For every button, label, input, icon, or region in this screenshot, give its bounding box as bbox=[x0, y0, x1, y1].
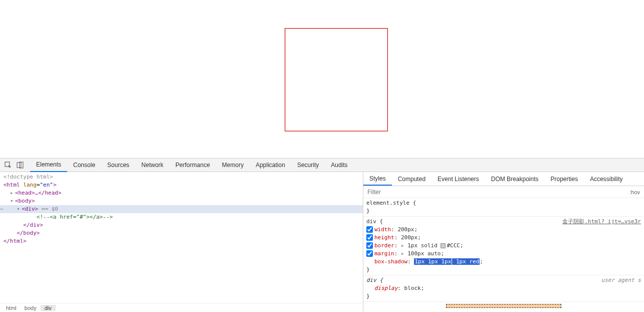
inspect-element-icon[interactable] bbox=[2, 159, 14, 171]
breadcrumb-div[interactable]: div bbox=[41, 305, 56, 311]
box-shadow-edit-input[interactable]: 1px 1px 1px 1px red bbox=[414, 258, 480, 265]
user-agent-label: user agent s bbox=[601, 276, 641, 284]
prop-display: display: block; bbox=[366, 284, 641, 292]
tab-performance[interactable]: Performance bbox=[169, 159, 216, 172]
svg-rect-1 bbox=[17, 163, 21, 168]
dom-tree[interactable]: <!doctype html> <html lang="en"> ▸<head>… bbox=[0, 172, 363, 303]
prop-margin-toggle[interactable] bbox=[366, 250, 373, 257]
dom-body-open[interactable]: <body> bbox=[15, 198, 35, 204]
subtab-accessibility[interactable]: Accessibility bbox=[584, 172, 628, 186]
hov-toggle[interactable]: :hov bbox=[625, 189, 644, 195]
dom-html-close: </html> bbox=[4, 238, 27, 244]
prop-border[interactable]: border: ▸ 1px solid #CCC; bbox=[366, 242, 641, 250]
styles-filter-input[interactable] bbox=[363, 189, 625, 196]
dom-comment: <!--<a href="#"></a>--> bbox=[37, 214, 113, 220]
subtab-properties[interactable]: Properties bbox=[544, 172, 584, 186]
box-model-preview[interactable] bbox=[363, 302, 644, 309]
tab-audits[interactable]: Audits bbox=[325, 159, 353, 172]
breadcrumbs: html body div bbox=[0, 303, 363, 312]
tab-memory[interactable]: Memory bbox=[216, 159, 250, 172]
prop-width[interactable]: width: 200px; bbox=[366, 226, 641, 234]
brace-close: } bbox=[366, 292, 641, 300]
tab-console[interactable]: Console bbox=[67, 159, 101, 172]
source-link[interactable]: 盒子阴影.html? ijt=…vse3r bbox=[562, 218, 641, 226]
tab-elements[interactable]: Elements bbox=[30, 159, 67, 172]
tab-security[interactable]: Security bbox=[291, 159, 325, 172]
prop-border-toggle[interactable] bbox=[366, 242, 373, 249]
prop-margin[interactable]: margin: ▸ 100px auto; bbox=[366, 250, 641, 258]
page-preview bbox=[0, 0, 644, 158]
prop-height-toggle[interactable] bbox=[366, 234, 373, 241]
subtab-event-listeners[interactable]: Event Listeners bbox=[432, 172, 485, 186]
brace-close: } bbox=[366, 266, 641, 274]
tab-network[interactable]: Network bbox=[135, 159, 169, 172]
dom-div-close: </div> bbox=[23, 222, 43, 228]
preview-div-red-box bbox=[285, 29, 387, 131]
breadcrumb-html[interactable]: html bbox=[2, 305, 21, 311]
selector-element-style: element.style { bbox=[366, 199, 641, 207]
devtools-main-tabbar: Elements Console Sources Network Perform… bbox=[0, 158, 644, 172]
breadcrumb-body[interactable]: body bbox=[21, 305, 41, 311]
rule-user-agent: user agent s div { display: block; } bbox=[363, 275, 644, 302]
subtab-styles[interactable]: Styles bbox=[363, 172, 392, 186]
prop-height[interactable]: height: 200px; bbox=[366, 234, 641, 242]
subtab-computed[interactable]: Computed bbox=[392, 172, 432, 186]
rule-div[interactable]: 盒子阴影.html? ijt=…vse3r div { width: 200px… bbox=[363, 217, 644, 275]
dom-doctype: <!doctype html> bbox=[4, 174, 53, 180]
tab-application[interactable]: Application bbox=[250, 159, 291, 172]
rule-element-style[interactable]: element.style { } bbox=[363, 198, 644, 217]
selector-ua-div: div { bbox=[366, 276, 641, 284]
device-toolbar-icon[interactable] bbox=[14, 159, 26, 171]
color-swatch-icon[interactable] bbox=[441, 243, 446, 248]
dom-head[interactable]: <head>…</head> bbox=[15, 190, 62, 196]
styles-subtabs: Styles Computed Event Listeners DOM Brea… bbox=[363, 172, 644, 186]
prop-box-shadow[interactable]: box-shadow: 1px 1px 1px 1px red; bbox=[366, 258, 641, 266]
dom-selected-div[interactable]: ⋯ ▾<div> == $0 bbox=[0, 205, 363, 213]
brace-close: } bbox=[366, 207, 641, 215]
dom-body-close: </body> bbox=[17, 230, 40, 236]
subtab-dom-breakpoints[interactable]: DOM Breakpoints bbox=[485, 172, 545, 186]
tab-sources[interactable]: Sources bbox=[101, 159, 135, 172]
prop-width-toggle[interactable] bbox=[366, 226, 373, 233]
